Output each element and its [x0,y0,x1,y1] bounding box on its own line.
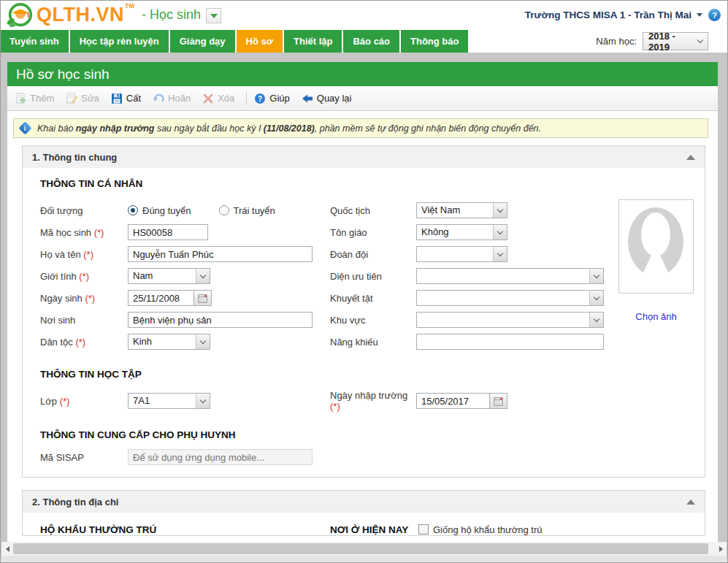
doan-doi-select[interactable] [416,246,507,262]
student-photo-placeholder [618,199,694,294]
help-icon: ? [254,93,266,104]
doan-doi-label: Đoàn đội [330,249,416,260]
module-name: - Học sinh [142,1,201,28]
calendar-icon[interactable] [194,290,212,306]
undo-button[interactable]: Hoãn [153,93,191,104]
edit-icon [66,93,77,104]
dan-toc-select[interactable]: Kinh [128,334,210,350]
radio-dung-tuyen[interactable] [128,205,138,215]
tab-hoc-tap-ren-luyen[interactable]: Học tập rèn luyện [70,30,169,53]
tab-tuyen-sinh[interactable]: Tuyển sinh [0,30,69,53]
form-row: Mã SISAP [40,448,705,467]
logo-trademark: TM [125,1,134,11]
khuyet-tat-select[interactable] [416,290,604,306]
radio-dung-tuyen-label[interactable]: Đúng tuyển [142,205,191,216]
ton-giao-label: Tôn giáo [330,227,416,238]
collapse-up-icon[interactable] [686,155,695,160]
gioi-tinh-select[interactable]: Nam [128,268,210,284]
khu-vuc-select[interactable] [416,312,604,328]
ma-hoc-sinh-label: Mã học sinh (*) [40,227,128,238]
nang-khieu-input[interactable] [416,334,604,350]
lop-label: Lớp (*) [40,396,128,407]
personal-info-heading: THÔNG TIN CÁ NHÂN [40,178,705,189]
calendar-icon[interactable] [490,393,507,409]
section2-body: HỘ KHẨU THƯỜNG TRÚ NƠI Ở HIỆN NAY Giống … [23,513,705,536]
choose-photo-link[interactable]: Chọn ảnh [618,311,694,322]
scroll-left-arrow-icon[interactable] [1,542,13,556]
add-document-icon [15,93,26,104]
radio-trai-tuyen-label[interactable]: Trái tuyển [234,205,275,216]
help-button[interactable]: ? Giúp [254,93,289,104]
ma-sisap-input[interactable] [128,449,313,465]
delete-button[interactable]: Xóa [202,93,234,104]
save-button[interactable]: Cất [111,93,141,104]
noi-sinh-input[interactable] [128,312,313,328]
graduation-cap-logo-icon [6,1,34,29]
khuyet-tat-label: Khuyết tật [330,293,416,304]
app-header: QLTH.VN TM - Học sinh Trường THCS MISA 1… [0,0,728,30]
chevron-down-icon [493,247,507,261]
chevron-down-icon [589,313,603,327]
ngay-nhap-truong-input[interactable] [416,393,490,409]
quoc-tich-select[interactable]: Việt Nam [416,202,507,218]
section1-header[interactable]: 1. Thông tin chung [23,146,705,168]
form-row: Đối tượng Đúng tuyển Trái tuyển Quốc tịc… [40,199,705,221]
horizontal-scrollbar[interactable] [1,542,727,556]
tab-thong-bao[interactable]: Thông báo [401,30,468,53]
dan-toc-label: Dân tộc (*) [40,337,128,348]
user-school-name[interactable]: Trường THCS MISA 1 - Trần Thị Mai [525,9,691,20]
ngay-sinh-input[interactable] [128,290,194,306]
tab-thiet-lap[interactable]: Thiết lập [284,30,342,53]
school-year-select[interactable]: 2018 - 2019 [643,32,708,50]
chevron-down-icon [589,291,603,305]
dien-uu-tien-select[interactable] [416,268,604,284]
section1-title: 1. Thông tin chung [32,152,117,163]
module-dropdown-button[interactable] [206,8,221,23]
ngay-sinh-date-field [128,290,212,306]
noi-sinh-label: Nơi sinh [40,315,128,326]
khu-vuc-label: Khu vực [330,315,416,326]
tab-ho-so[interactable]: Hồ sơ [237,30,283,53]
header-help-icon[interactable]: ? [708,9,721,21]
ho-va-ten-input[interactable] [128,246,313,262]
tab-giang-day[interactable]: Giảng dạy [170,30,235,53]
horizontal-scrollbar-thumb[interactable] [13,543,708,554]
noi-o-hien-nay-heading: NƠI Ở HIỆN NAY [330,524,418,535]
form-row: Nơi sinh Khu vực [40,309,705,331]
main-panel: Hồ sơ học sinh Thêm Sửa Cất Hoãn Xóa ? G… [7,62,718,542]
giong-ho-khau-checkbox[interactable] [418,524,429,535]
ma-sisap-label: Mã SISAP [40,452,128,463]
back-button[interactable]: Quay lại [302,93,352,104]
dien-uu-tien-label: Diện ưu tiên [330,271,416,282]
ngay-nhap-truong-date-field [416,393,507,409]
add-button[interactable]: Thêm [15,93,54,104]
ma-hoc-sinh-input[interactable] [128,224,208,240]
radio-trai-tuyen[interactable] [219,205,229,215]
chevron-down-icon [493,203,507,218]
education-info-heading: THÔNG TIN HỌC TẬP [40,369,705,380]
ho-khau-thuong-tru-heading: HỘ KHẨU THƯỜNG TRÚ [40,524,330,535]
collapse-up-icon[interactable] [686,499,695,505]
svg-text:?: ? [258,94,262,102]
user-chevron-down-icon[interactable] [697,13,702,17]
section-thong-tin-dia-chi: 2. Thông tin địa chỉ HỘ KHẨU THƯỜNG TRÚ … [22,490,705,536]
section2-header[interactable]: 2. Thông tin địa chỉ [23,491,705,513]
ton-giao-select[interactable]: Không [416,224,507,240]
page-title: Hồ sơ học sinh [7,62,718,86]
tab-bao-cao[interactable]: Báo cáo [343,30,399,53]
section2-title: 2. Thông tin địa chỉ [32,497,118,508]
form-row: Họ và tên (*) Đoàn đội [40,243,705,265]
giong-ho-khau-checkbox-label[interactable]: Giống hộ khẩu thường trú [433,524,543,535]
ngay-nhap-truong-label: Ngày nhập trường (*) [330,390,416,412]
edit-button[interactable]: Sửa [66,93,99,104]
form-row: Giới tính (*) Nam Diện ưu tiên [40,265,705,287]
window-bottom-edge [0,556,728,563]
ho-va-ten-label: Họ và tên (*) [40,249,128,260]
parent-info-heading: THÔNG TIN CUNG CẤP CHO PHỤ HUYNH [40,429,705,440]
lop-select[interactable]: 7A1 [128,393,210,409]
scroll-right-arrow-icon[interactable] [715,542,727,556]
gioi-tinh-label: Giới tính (*) [40,271,128,282]
info-icon: i [18,121,31,134]
quoc-tich-label: Quốc tịch [330,205,416,216]
ngay-sinh-label: Ngày sinh (*) [40,293,128,304]
